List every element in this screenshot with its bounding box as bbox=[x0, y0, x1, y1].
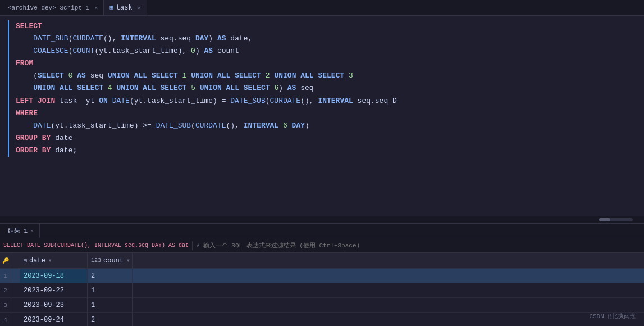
query-filter-bar: SELECT DATE_SUB(CURDATE(), INTERVAL seq.… bbox=[0, 238, 644, 253]
col-count-dropdown-icon[interactable]: ▼ bbox=[127, 258, 130, 263]
results-tab[interactable]: 结果 1 ✕ bbox=[2, 224, 40, 238]
tab-close-script[interactable]: ✕ bbox=[94, 4, 98, 11]
code-token: DATE_SUB bbox=[230, 95, 265, 107]
cell-date: 2023-09-23 bbox=[20, 298, 88, 312]
table-headers: 🔑 ⊞ date ▼ 123 count ▼ bbox=[0, 253, 644, 269]
table-row[interactable]: 32023-09-231 bbox=[0, 298, 644, 313]
code-token: UNION ALL SELECT bbox=[108, 70, 178, 82]
code-token bbox=[64, 70, 68, 82]
code-token: SELECT bbox=[16, 20, 42, 33]
code-token bbox=[16, 33, 33, 45]
code-line: ORDER BY date; bbox=[11, 144, 644, 157]
code-token: UNION ALL SELECT bbox=[33, 82, 103, 94]
results-tab-bar: 结果 1 ✕ bbox=[0, 224, 644, 238]
code-token: AS bbox=[204, 45, 213, 57]
code-token: 4 bbox=[108, 82, 112, 94]
code-token: COUNT bbox=[72, 45, 94, 57]
scrollbar-thumb[interactable] bbox=[599, 218, 610, 221]
code-token: CURDATE bbox=[270, 95, 301, 107]
cell-count: 1 bbox=[88, 298, 133, 312]
code-token: ( bbox=[16, 70, 38, 82]
code-token: UNION ALL SELECT bbox=[274, 70, 344, 82]
col-name-date: date bbox=[29, 257, 45, 265]
code-token bbox=[108, 95, 112, 107]
code-token: GROUP BY bbox=[16, 132, 51, 144]
scrollbar-track[interactable] bbox=[599, 218, 633, 221]
code-token: WHERE bbox=[16, 107, 38, 120]
date-type-icon: ⊞ bbox=[24, 257, 27, 264]
code-token: DATE_SUB bbox=[33, 33, 68, 45]
col-header-count[interactable]: 123 count ▼ bbox=[88, 253, 133, 268]
code-token: UNION ALL SELECT bbox=[191, 70, 261, 82]
code-token bbox=[72, 70, 77, 82]
col-header-date[interactable]: ⊞ date ▼ bbox=[20, 253, 88, 268]
code-token bbox=[344, 70, 349, 82]
editor-area: SELECT DATE_SUB(CURDATE(), INTERVAL seq.… bbox=[0, 16, 644, 224]
cell-row-num: 1 bbox=[0, 269, 11, 283]
results-tab-close[interactable]: ✕ bbox=[30, 228, 33, 234]
code-token: seq.seq bbox=[156, 33, 195, 45]
code-token: AS bbox=[217, 33, 226, 45]
cell-indicator bbox=[11, 269, 20, 283]
code-token: (yt.task_start_time) >= bbox=[51, 120, 156, 132]
code-token: AS bbox=[287, 82, 296, 94]
tab-close-task[interactable]: ✕ bbox=[138, 4, 141, 11]
code-token bbox=[278, 120, 283, 132]
code-token: 0 bbox=[68, 70, 73, 82]
results-panel: 结果 1 ✕ SELECT DATE_SUB(CURDATE(), INTERV… bbox=[0, 224, 644, 326]
code-token bbox=[186, 70, 191, 82]
tab-bar: <archive_dev> Script-1 ✕ ⊞ task ✕ bbox=[0, 0, 644, 16]
code-token: 5 bbox=[191, 82, 195, 94]
cell-row-num: 4 bbox=[0, 313, 11, 326]
code-token bbox=[186, 82, 191, 94]
code-token: AS bbox=[77, 70, 86, 82]
code-token: DATE_SUB bbox=[156, 120, 191, 132]
cell-row-num: 3 bbox=[0, 298, 11, 312]
tab-task[interactable]: ⊞ task ✕ bbox=[104, 0, 147, 15]
code-token: ON bbox=[99, 95, 108, 107]
editor-scrollbar bbox=[0, 216, 644, 223]
code-token: INTERVAL bbox=[244, 120, 278, 132]
code-token: CURDATE bbox=[195, 120, 226, 132]
tab-task-label: task bbox=[116, 4, 133, 12]
cell-count: 2 bbox=[88, 269, 133, 283]
code-token bbox=[261, 70, 266, 82]
code-token bbox=[103, 82, 108, 94]
col-indicator-header bbox=[11, 253, 20, 268]
code-token: LEFT JOIN bbox=[16, 95, 55, 107]
code-token: ( bbox=[266, 95, 270, 107]
code-line: DATE(yt.task_start_time) >= DATE_SUB(CUR… bbox=[11, 120, 644, 132]
code-token: INTERVAL bbox=[318, 95, 353, 107]
results-tab-label: 结果 1 bbox=[8, 227, 28, 235]
code-line: WHERE bbox=[11, 107, 644, 120]
code-token: ( bbox=[68, 45, 73, 57]
code-token: seq bbox=[86, 70, 108, 82]
code-token: CURDATE bbox=[72, 33, 103, 45]
code-token: task yt bbox=[55, 95, 99, 107]
table-row[interactable]: 12023-09-182 bbox=[0, 269, 644, 283]
code-token: DATE bbox=[112, 95, 130, 107]
count-type-icon: 123 bbox=[91, 257, 101, 264]
editor-content[interactable]: SELECT DATE_SUB(CURDATE(), INTERVAL seq.… bbox=[0, 16, 644, 161]
tab-script[interactable]: <archive_dev> Script-1 ✕ bbox=[2, 0, 104, 15]
code-token: DAY bbox=[195, 33, 208, 45]
table-row[interactable]: 42023-09-242 bbox=[0, 313, 644, 326]
code-token: (yt.task_start_time) = bbox=[130, 95, 230, 107]
table-row[interactable]: 22023-09-221 bbox=[0, 283, 644, 298]
code-token: (), bbox=[300, 95, 318, 107]
col-date-dropdown-icon[interactable]: ▼ bbox=[49, 258, 52, 263]
code-token: date; bbox=[51, 144, 77, 157]
filter-sql-display: SELECT DATE_SUB(CURDATE(), INTERVAL seq.… bbox=[3, 242, 189, 248]
filter-input[interactable] bbox=[203, 242, 641, 249]
code-token: UNION ALL SELECT bbox=[116, 82, 186, 94]
col-name-count: count bbox=[103, 257, 124, 265]
code-line: DATE_SUB(CURDATE(), INTERVAL seq.seq DAY… bbox=[11, 33, 644, 45]
code-token: COALESCE bbox=[33, 45, 68, 57]
code-token: 6 bbox=[283, 120, 287, 132]
cell-indicator bbox=[11, 283, 20, 297]
code-token bbox=[16, 45, 33, 57]
code-token bbox=[16, 120, 33, 132]
code-token bbox=[270, 70, 275, 82]
code-token: 2 bbox=[266, 70, 270, 82]
watermark: CSDN @北执南念 bbox=[589, 312, 636, 320]
